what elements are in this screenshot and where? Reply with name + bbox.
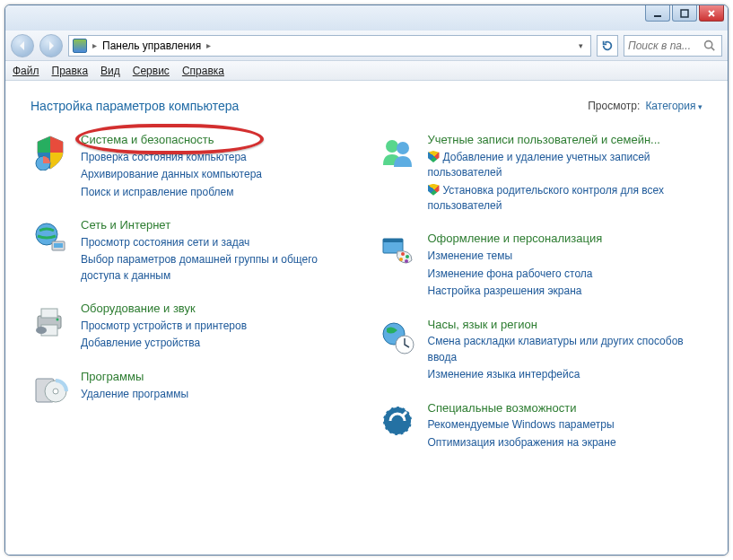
sublink[interactable]: Изменение темы [428,249,603,264]
category-link-appearance[interactable]: Оформление и персонализация [428,232,603,247]
sublink[interactable]: Оптимизация изображения на экране [428,435,616,451]
svg-point-14 [53,389,58,394]
globe-network-icon [31,218,70,258]
svg-point-22 [399,258,403,261]
sublink[interactable]: Установка родительского контроля для все… [428,183,703,214]
category-link-network[interactable]: Сеть и Интернет [81,218,356,233]
svg-point-16 [397,142,409,154]
menubar: Файл Правка Вид Сервис Справка [5,61,728,81]
svg-point-10 [57,319,59,321]
control-panel-icon [73,39,87,53]
sublink[interactable]: Добавление и удаление учетных записей по… [428,150,703,181]
address-dropdown[interactable]: ▾ [575,41,587,50]
refresh-button[interactable] [597,35,618,57]
close-button[interactable] [699,5,724,22]
svg-point-20 [406,255,409,258]
printer-icon [31,302,70,341]
svg-rect-18 [383,239,403,242]
breadcrumb-sep-icon: ▸ [206,40,211,50]
category-link-system[interactable]: Система и безопасность [81,133,262,148]
titlebar [5,5,728,31]
navbar: ▸ Панель управления ▸ ▾ [5,31,728,61]
shield-icon [31,133,70,172]
view-label: Просмотр: [588,100,640,112]
sublink[interactable]: Изменение языка интерфейса [428,367,703,382]
page-title: Настройка параметров компьютера [31,99,239,113]
svg-point-21 [405,259,408,263]
svg-rect-6 [54,243,63,248]
svg-rect-0 [654,15,661,17]
category-system-security: Система и безопасность Проверка состояни… [31,133,356,200]
breadcrumb-root[interactable]: Панель управления [102,39,201,52]
category-appearance: Оформление и персонализация Изменение те… [378,232,703,299]
sublink[interactable]: Изменение фона рабочего стола [428,267,603,282]
category-clock: Часы, язык и регион Смена раскладки клав… [378,318,703,383]
category-network: Сеть и Интернет Просмотр состояния сети … [31,218,356,284]
sublink[interactable]: Удаление программы [81,387,188,402]
sublink[interactable]: Архивирование данных компьютера [81,167,262,182]
svg-rect-1 [681,10,688,17]
search-box[interactable] [624,35,722,57]
forward-button[interactable] [39,34,63,57]
users-icon [378,133,417,172]
menu-tools[interactable]: Сервис [133,65,170,77]
maximize-button[interactable] [672,5,697,22]
category-programs: Программы Удаление программы [31,370,356,409]
view-dropdown[interactable]: Категория [645,100,702,112]
category-users: Учетные записи пользователей и семейн...… [378,133,703,214]
sublink[interactable]: Рекомендуемые Windows параметры [428,417,616,433]
menu-view[interactable]: Вид [100,65,120,77]
category-link-hardware[interactable]: Оборудование и звук [81,302,247,317]
minimize-button[interactable] [645,5,670,22]
svg-point-2 [705,41,712,48]
view-control: Просмотр: Категория [588,100,702,112]
sublink[interactable]: Просмотр устройств и принтеров [81,319,247,334]
sublink[interactable]: Просмотр состояния сети и задач [81,235,356,250]
back-button[interactable] [11,34,34,57]
menu-help[interactable]: Справка [182,65,224,77]
sublink[interactable]: Настройка разрешения экрана [428,284,603,299]
content-area: Настройка параметров компьютера Просмотр… [5,81,728,555]
appearance-icon [378,232,417,271]
svg-point-11 [36,327,47,334]
search-icon [703,39,715,51]
category-link-ease[interactable]: Специальные возможности [428,401,616,416]
ease-of-access-icon [378,401,417,441]
category-hardware: Оборудование и звук Просмотр устройств и… [31,302,356,352]
category-link-users[interactable]: Учетные записи пользователей и семейн... [428,133,703,148]
svg-point-19 [401,252,405,256]
sublink[interactable]: Выбор параметров домашней группы и общег… [81,252,356,284]
menu-edit[interactable]: Правка [52,65,89,77]
address-bar[interactable]: ▸ Панель управления ▸ ▾ [68,35,591,57]
sublink[interactable]: Проверка состояния компьютера [81,150,262,165]
clock-globe-icon [378,318,417,357]
category-ease-of-access: Специальные возможности Рекомендуемые Wi… [378,401,703,451]
control-panel-window: ▸ Панель управления ▸ ▾ Файл Правка Вид … [4,4,729,556]
category-link-programs[interactable]: Программы [81,370,188,385]
category-link-clock[interactable]: Часы, язык и регион [428,318,703,333]
menu-file[interactable]: Файл [13,65,39,77]
sublink[interactable]: Смена раскладки клавиатуры или других сп… [428,334,703,365]
sublink[interactable]: Добавление устройства [81,336,247,351]
disc-box-icon [31,370,70,409]
breadcrumb-sep-icon: ▸ [92,40,97,50]
svg-point-15 [386,140,398,153]
svg-rect-8 [41,309,57,318]
search-input[interactable] [628,39,700,52]
sublink[interactable]: Поиск и исправление проблем [81,185,262,200]
